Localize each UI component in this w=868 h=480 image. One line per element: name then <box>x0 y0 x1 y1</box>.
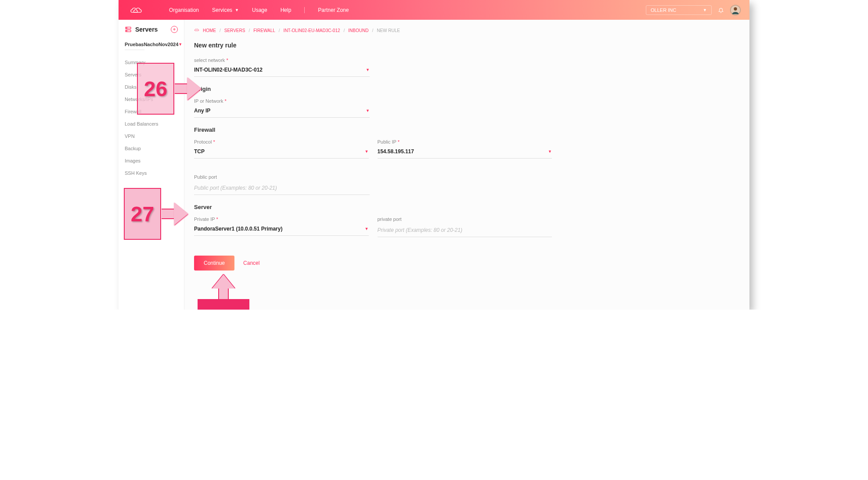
crumb-servers[interactable]: SERVERS <box>224 28 245 33</box>
private-port-input[interactable] <box>378 224 552 237</box>
avatar[interactable] <box>730 5 741 15</box>
public-port-label: Public port <box>194 174 370 180</box>
chevron-down-icon: ▼ <box>365 227 369 231</box>
sidebar-item-sshkeys[interactable]: SSH Keys <box>119 167 184 179</box>
chevron-down-icon: ▼ <box>548 149 552 154</box>
nav-usage[interactable]: Usage <box>252 7 267 13</box>
network-label: select network * <box>194 58 370 63</box>
page-title: New entry rule <box>194 42 740 49</box>
sidebar-item-loadbalancers[interactable]: Load Balancers <box>119 118 184 130</box>
protocol-select[interactable]: TCP ▼ <box>194 147 369 159</box>
private-ip-label: Private IP * <box>194 217 369 222</box>
svg-point-1 <box>734 7 737 10</box>
top-header: Organisation Services▼ Usage Help Partne… <box>119 0 749 20</box>
origin-ip-label: IP or Network * <box>194 98 370 104</box>
continue-button[interactable]: Continue <box>194 256 234 271</box>
sidebar-item-firewall[interactable]: Firewall <box>119 105 184 118</box>
public-ip-select[interactable]: 154.58.195.117 ▼ <box>378 147 552 159</box>
chevron-down-icon: ▼ <box>703 8 707 12</box>
org-selector[interactable]: OLLER INC ▼ <box>646 5 712 15</box>
private-ip-select[interactable]: PandoraServer1 (10.0.0.51 Primary) ▼ <box>194 224 369 236</box>
crumb-firewall[interactable]: FIREWALL <box>253 28 275 33</box>
sidebar: Servers + PruebasNachoNov2024 ▼ Summary … <box>119 20 184 310</box>
cancel-button[interactable]: Cancel <box>243 260 259 266</box>
origin-ip-select[interactable]: Any IP ▼ <box>194 106 370 118</box>
svg-point-3 <box>126 28 127 28</box>
nav-organisation[interactable]: Organisation <box>169 7 199 13</box>
server-icon <box>125 26 132 33</box>
crumb-current: NEW RULE <box>377 28 400 33</box>
section-origin: Origin <box>194 86 740 92</box>
chevron-down-icon: ▼ <box>365 149 369 154</box>
private-port-label: private port <box>378 217 552 222</box>
section-firewall: Firewall <box>194 126 740 133</box>
protocol-label: Protocol * <box>194 139 369 144</box>
sidebar-item-summary[interactable]: Summary <box>119 56 184 69</box>
bell-icon[interactable] <box>718 7 724 13</box>
section-server: Server <box>194 204 740 210</box>
sidebar-item-servers[interactable]: Servers <box>119 69 184 81</box>
nav-help[interactable]: Help <box>281 7 292 13</box>
network-select[interactable]: INT-OLIN02-EU-MAD3C-012 ▼ <box>194 65 370 77</box>
sidebar-item-disks[interactable]: Disks <box>119 81 184 93</box>
person-icon <box>731 5 740 15</box>
crumb-home[interactable]: HOME <box>203 28 216 33</box>
sidebar-item-images[interactable]: Images <box>119 155 184 167</box>
sidebar-item-backup[interactable]: Backup <box>119 142 184 155</box>
nav-services[interactable]: Services▼ <box>212 7 239 13</box>
home-icon <box>194 28 199 33</box>
sidebar-title: Servers <box>135 26 158 33</box>
sidebar-item-networks[interactable]: Networks/IPs <box>119 93 184 105</box>
public-ip-label: Public IP * <box>378 139 552 144</box>
add-button[interactable]: + <box>171 26 178 33</box>
logo-icon <box>130 6 143 14</box>
sidebar-item-vpn[interactable]: VPN <box>119 130 184 142</box>
crumb-network[interactable]: INT-OLIN02-EU-MAD3C-012 <box>284 28 340 33</box>
breadcrumb: HOME / SERVERS / FIREWALL / INT-OLIN02-E… <box>194 28 740 33</box>
chevron-down-icon: ▼ <box>235 8 239 12</box>
svg-point-5 <box>126 31 127 31</box>
chevron-down-icon: ▼ <box>366 68 370 72</box>
public-port-input[interactable] <box>194 182 370 195</box>
main-content: HOME / SERVERS / FIREWALL / INT-OLIN02-E… <box>184 20 749 310</box>
nav-partner[interactable]: Partner Zone <box>318 7 349 13</box>
chevron-down-icon: ▼ <box>178 42 182 47</box>
chevron-down-icon: ▼ <box>366 108 370 113</box>
project-selector[interactable]: PruebasNachoNov2024 ▼ <box>119 36 184 50</box>
crumb-inbound[interactable]: INBOUND <box>348 28 368 33</box>
nav-separator <box>304 7 305 13</box>
